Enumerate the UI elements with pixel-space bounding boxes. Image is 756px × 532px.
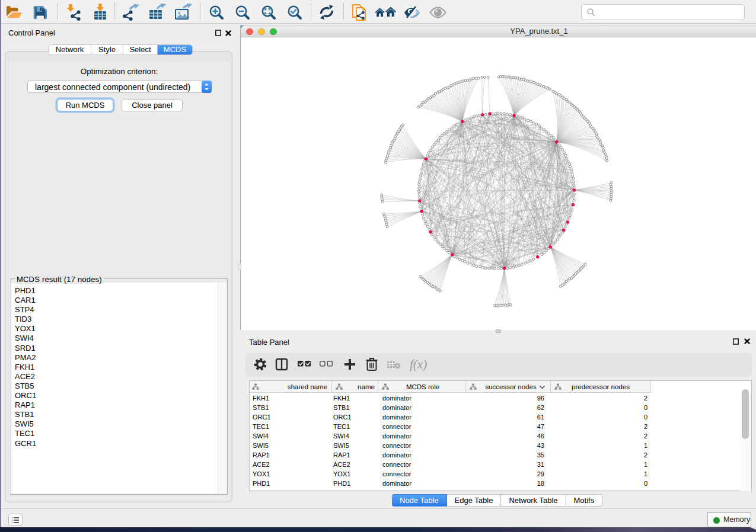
svg-text:f(x): f(x) (410, 357, 427, 371)
